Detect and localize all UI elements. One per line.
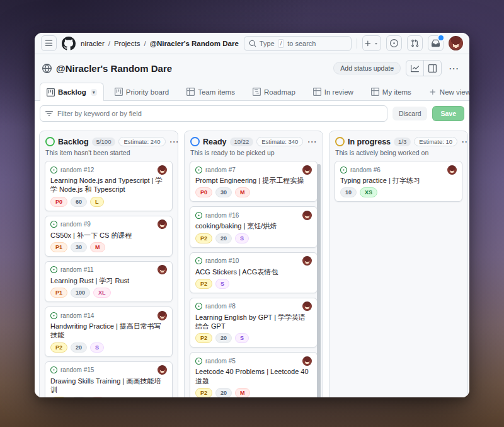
three-bars-icon: [45, 39, 53, 47]
save-button[interactable]: Save: [432, 106, 464, 121]
label-pill: P0: [195, 187, 212, 197]
tab-label: Team items: [198, 88, 235, 96]
github-projects-window: niracler / Projects / @Niracler's Random…: [35, 33, 469, 397]
column-count: 10/22: [230, 137, 254, 146]
breadcrumb-project-link[interactable]: @Niracler's Random Dare: [150, 40, 239, 47]
tab-priority-board[interactable]: Priority board: [108, 83, 176, 100]
project-card[interactable]: random #11 Learning Rust | 学习 Rust P1100…: [45, 261, 173, 302]
column-name: In progress: [348, 137, 391, 146]
label-row: P220S: [195, 233, 312, 243]
issue-opened-icon: [340, 167, 347, 173]
plus-icon: [364, 40, 372, 47]
card-ref[interactable]: random #5: [205, 358, 236, 365]
inbox-button[interactable]: [428, 35, 444, 51]
tab-team-items[interactable]: Team items: [180, 83, 242, 100]
card-ref[interactable]: random #15: [60, 366, 94, 373]
project-card[interactable]: random #10 ACG Stickers | ACG表情包 P2S: [190, 252, 318, 293]
assignee-avatar: [302, 211, 312, 220]
tab-my-items[interactable]: My items: [364, 83, 418, 100]
breadcrumb-separator: /: [144, 40, 146, 47]
issue-opened-icon: [195, 167, 202, 173]
add-status-update-button[interactable]: Add status update: [333, 62, 401, 74]
assignee-avatar: [158, 165, 167, 175]
issue-opened-icon: [195, 212, 202, 219]
assignee-avatar: [158, 219, 167, 229]
card-ref[interactable]: random #7: [205, 167, 236, 173]
project-card[interactable]: random #7 Prompt Engineering | 提示工程实操 P0…: [190, 161, 318, 202]
octocat-icon: [62, 37, 76, 50]
filter-bar: Filter by keyword or by field Discard Sa…: [35, 101, 469, 126]
tab-label: New view: [440, 88, 469, 96]
issue-opened-icon: [50, 312, 57, 319]
label-row: P1100XL: [50, 288, 167, 298]
label-pill: P2: [50, 342, 67, 353]
pull-requests-button[interactable]: [407, 35, 423, 51]
card-ref[interactable]: random #8: [205, 303, 236, 310]
card-ref[interactable]: random #16: [205, 212, 239, 219]
card-ref[interactable]: random #11: [60, 266, 94, 273]
project-card[interactable]: random #6 Typing practice | 打字练习 10XS: [335, 161, 462, 202]
column-menu-button[interactable]: ···: [461, 138, 468, 146]
label-pill: 100: [71, 288, 90, 298]
tab-roadmap[interactable]: Roadmap: [246, 83, 302, 100]
card-ref[interactable]: random #6: [350, 167, 381, 173]
label-pill: M: [90, 242, 105, 252]
tab-backlog[interactable]: Backlog ▾: [40, 83, 104, 101]
label-pill: P1: [50, 242, 67, 252]
project-card[interactable]: random #14 Handwriting Practice | 提高日常书写…: [45, 307, 173, 357]
tab-dropdown-caret[interactable]: ▾: [91, 89, 97, 96]
card-header: random #5: [195, 356, 312, 365]
board-column: In progress 1/3 Estimate: 10 ··· This is…: [329, 131, 468, 397]
filter-input[interactable]: Filter by keyword or by field: [40, 105, 387, 122]
project-board-icon: [115, 88, 123, 96]
project-menu-button[interactable]: ···: [447, 64, 462, 73]
top-navbar: niracler / Projects / @Niracler's Random…: [35, 33, 469, 54]
create-new-button[interactable]: [362, 35, 381, 51]
card-header: random #8: [195, 302, 312, 311]
issues-button[interactable]: [386, 35, 402, 51]
project-card[interactable]: random #8 Learning English by GPT | 学学英语…: [190, 298, 318, 348]
card-header: random #6: [340, 165, 457, 174]
card-ref[interactable]: random #14: [60, 312, 94, 319]
insights-button[interactable]: [406, 61, 423, 76]
global-search-input[interactable]: Type / to search: [244, 36, 352, 51]
card-title: Learning Rust | 学习 Rust: [50, 276, 167, 285]
github-logo[interactable]: [62, 37, 76, 50]
column-menu-button[interactable]: ···: [306, 138, 318, 146]
user-avatar[interactable]: [449, 36, 463, 50]
project-header-actions: Add status update ···: [333, 60, 462, 76]
label-pill: 20: [215, 333, 232, 343]
breadcrumb-user-link[interactable]: niracler: [81, 40, 105, 47]
card-title: Handwriting Practice | 提高日常书写技能: [50, 322, 167, 340]
discard-button[interactable]: Discard: [392, 107, 428, 120]
breadcrumb-projects-link[interactable]: Projects: [114, 40, 140, 47]
new-view-button[interactable]: New view: [422, 83, 469, 100]
side-panel-button[interactable]: [424, 61, 441, 76]
label-row: P130M: [50, 242, 167, 252]
label-pill: P0: [50, 197, 67, 207]
project-card[interactable]: random #9 CS50x | 补一下 CS 的课程 P130M: [45, 216, 173, 257]
column-menu-button[interactable]: ···: [169, 138, 178, 146]
issue-opened-icon: [195, 257, 202, 264]
label-pill: XL: [93, 288, 111, 298]
git-pull-request-icon: [411, 39, 419, 47]
table-icon: [313, 88, 321, 96]
board: Backlog 5/100 Estimate: 240 ··· This ite…: [35, 126, 469, 397]
project-card[interactable]: random #5 Leetcode 40 Problems | Leetcod…: [190, 352, 318, 397]
label-row: P2S: [195, 279, 312, 289]
tab-in-review[interactable]: In review: [306, 83, 360, 100]
card-ref[interactable]: random #10: [205, 257, 239, 264]
card-header: random #15: [50, 366, 167, 375]
column-scrollbar[interactable]: [317, 164, 321, 397]
card-title: cooking/baking | 烹饪/烘焙: [195, 221, 312, 230]
hamburger-menu-button[interactable]: [41, 35, 57, 51]
project-card[interactable]: random #15 Drawing Skills Training | 画画技…: [45, 361, 173, 397]
card-ref[interactable]: random #9: [60, 221, 91, 228]
project-card[interactable]: random #12 Learning Node.js and Typescri…: [45, 161, 173, 211]
card-ref[interactable]: random #12: [60, 167, 94, 173]
project-card[interactable]: random #16 cooking/baking | 烹饪/烘焙 P220S: [190, 206, 318, 247]
search-placeholder-prefix: Type: [260, 40, 275, 47]
breadcrumb: niracler / Projects / @Niracler's Random…: [81, 40, 239, 47]
label-pill: S: [235, 233, 249, 243]
label-pill: XS: [360, 187, 377, 197]
